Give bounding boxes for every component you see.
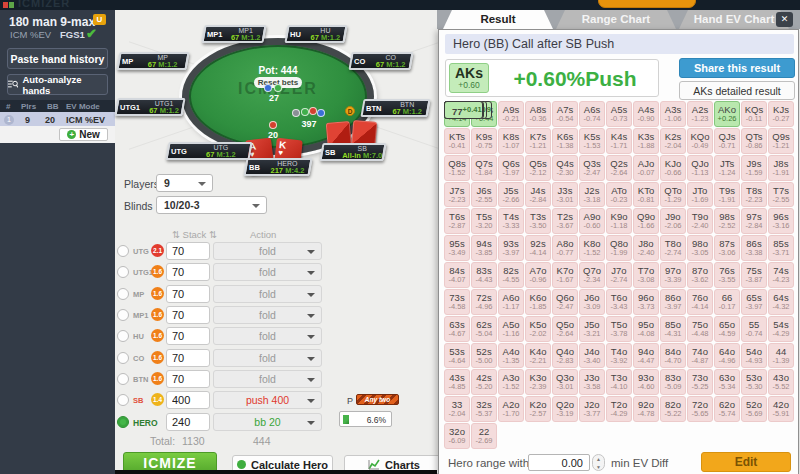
hand-cell-62o[interactable]: 62o-5.74: [714, 396, 740, 422]
hand-cell-ATo[interactable]: ATo-0.23: [606, 182, 632, 208]
hand-cell-92o[interactable]: 92o-4.78: [633, 396, 659, 422]
hand-cell-T2s[interactable]: T2s-3.67: [552, 208, 578, 234]
edit-range-button[interactable]: Edit: [701, 452, 791, 472]
action-select[interactable]: fold: [213, 349, 322, 367]
hand-cell-77[interactable]: 77+0.41: [444, 101, 483, 119]
hand-cell-82o[interactable]: 82o-5.22: [660, 396, 686, 422]
action-select[interactable]: push 400: [213, 391, 322, 409]
hand-cell-43o[interactable]: 43o-5.52: [768, 369, 794, 395]
hand-cell-33[interactable]: 33-2.04: [444, 396, 470, 422]
player-radio[interactable]: [117, 330, 129, 342]
seat-hu[interactable]: HU HU 67 M:1.2: [286, 25, 346, 43]
seat-mp1[interactable]: MP1 MP1 67 M:1.2: [203, 25, 265, 43]
hand-cell-K3o[interactable]: K3o-2.39: [525, 369, 551, 395]
hand-cell-94s[interactable]: 94s-3.85: [471, 235, 497, 261]
hand-cell-54s[interactable]: 54s-4.29: [768, 316, 794, 342]
hand-cell-T8s[interactable]: T8s-2.23: [741, 182, 767, 208]
hand-cell-A4s[interactable]: A4s-0.90: [633, 101, 659, 127]
seat-utg[interactable]: UTG UTG 67 M:1.2: [167, 142, 251, 160]
hand-cell-J4o[interactable]: J4o-3.40: [579, 343, 605, 369]
hand-cell-QJs[interactable]: QJs-0.71: [714, 128, 740, 154]
hand-cell-JTs[interactable]: JTs-1.24: [714, 155, 740, 181]
hand-cell-Q7o[interactable]: Q7o-2.34: [579, 262, 605, 288]
hand-cell-KTo[interactable]: KTo-0.81: [633, 182, 659, 208]
action-select[interactable]: fold: [213, 306, 322, 324]
hand-cell-97s[interactable]: 97s-2.84: [741, 208, 767, 234]
hand-cell-K8s[interactable]: K8s-1.07: [498, 128, 524, 154]
hand-cell-83s[interactable]: 83s-4.43: [471, 262, 497, 288]
hand-cell-KJo[interactable]: KJo-0.66: [660, 155, 686, 181]
stack-input[interactable]: [166, 391, 210, 409]
hand-cell-A9s[interactable]: A9s-0.21: [498, 101, 524, 127]
hand-cell-A7o[interactable]: A7o-0.96: [525, 262, 551, 288]
share-result-button[interactable]: Share this result: [679, 58, 795, 78]
hand-cell-KJs[interactable]: KJs-0.27: [768, 101, 794, 127]
hand-cell-T3s[interactable]: T3s-3.50: [525, 208, 551, 234]
hand-cell-96o[interactable]: 96o-3.73: [633, 289, 659, 315]
spinner-control[interactable]: ▲▼: [592, 454, 605, 471]
hand-cell-Q4s[interactable]: Q4s-2.30: [552, 155, 578, 181]
hand-cell-A6s[interactable]: A6s-0.74: [579, 101, 605, 127]
hand-cell-Q3o[interactable]: Q3o-3.01: [552, 369, 578, 395]
hand-cell-A5s[interactable]: A5s-0.73: [606, 101, 632, 127]
hand-cell-54o[interactable]: 54o-4.93: [741, 343, 767, 369]
hand-cell-T6s[interactable]: T6s-2.87: [444, 208, 470, 234]
hand-cell-K5o[interactable]: K5o-2.02: [525, 316, 551, 342]
hand-cell-T5o[interactable]: T5o-3.78: [606, 316, 632, 342]
hand-cell-32s[interactable]: 32s-5.37: [471, 396, 497, 422]
hand-cell-J8o[interactable]: J8o-2.40: [633, 235, 659, 261]
hand-cell-A9o[interactable]: A9o-0.60: [579, 208, 605, 234]
hand-cell-63s[interactable]: 63s-4.67: [444, 316, 470, 342]
hand-cell-K4s[interactable]: K4s-1.71: [606, 128, 632, 154]
hand-cell-A8s[interactable]: A8s-0.36: [525, 101, 551, 127]
stack-input[interactable]: [166, 306, 210, 324]
hand-cell-J5s[interactable]: J5s-2.66: [498, 182, 524, 208]
sb-range-badge[interactable]: Any two: [356, 394, 399, 405]
hand-cell-A2o[interactable]: A2o-1.70: [498, 396, 524, 422]
min-ev-input[interactable]: [528, 454, 590, 471]
hand-cell-Q2o[interactable]: Q2o-3.19: [552, 396, 578, 422]
action-select[interactable]: fold: [213, 327, 322, 345]
stack-input[interactable]: [166, 413, 210, 431]
hand-cell-86s[interactable]: 86s-3.38: [741, 235, 767, 261]
hand-cell-Q6o[interactable]: Q6o-2.47: [552, 289, 578, 315]
hand-cell-82s[interactable]: 82s-4.55: [498, 262, 524, 288]
action-select[interactable]: fold: [213, 263, 322, 281]
hand-cell-65s[interactable]: 65s-3.97: [741, 289, 767, 315]
stack-input[interactable]: [166, 370, 210, 388]
hand-cell-94o[interactable]: 94o-4.47: [633, 343, 659, 369]
hand-cell-Q8o[interactable]: Q8o-1.99: [606, 235, 632, 261]
hand-cell-K3s[interactable]: K3s-1.88: [633, 128, 659, 154]
player-radio[interactable]: [117, 416, 129, 428]
hand-cell-74s[interactable]: 74s-4.23: [768, 262, 794, 288]
hand-cell-QTs[interactable]: QTs-0.86: [741, 128, 767, 154]
hand-cell-Q2s[interactable]: Q2s-2.64: [606, 155, 632, 181]
stack-input[interactable]: [166, 242, 210, 260]
hand-cell-98s[interactable]: 98s-2.52: [714, 208, 740, 234]
players-select[interactable]: 9: [156, 174, 213, 192]
hand-cell-K9o[interactable]: K9o-1.18: [606, 208, 632, 234]
hand-cell-44[interactable]: 44-1.39: [768, 343, 794, 369]
hand-cell-A5o[interactable]: A5o-1.16: [498, 316, 524, 342]
action-select[interactable]: fold: [213, 242, 322, 260]
close-icon[interactable]: ✕: [776, 12, 793, 27]
hand-cell-J7s[interactable]: J7s-2.23: [444, 182, 470, 208]
hands-table-row[interactable]: 1 9 20 ICM %EV: [0, 112, 115, 126]
hand-cell-J5o[interactable]: J5o-3.21: [579, 316, 605, 342]
hand-cell-K2s[interactable]: K2s-2.04: [660, 128, 686, 154]
hand-cell-66[interactable]: 66-0.17: [714, 289, 740, 315]
hand-cell-J3s[interactable]: J3s-3.01: [552, 182, 578, 208]
hand-cell-K7s[interactable]: K7s-1.21: [525, 128, 551, 154]
hand-cell-72s[interactable]: 72s-4.96: [471, 289, 497, 315]
hand-cell-AJo[interactable]: AJo-0.07: [633, 155, 659, 181]
seat-co[interactable]: CO CO 67 M:1.2: [350, 52, 412, 70]
hand-cell-T9s[interactable]: T9s-1.91: [714, 182, 740, 208]
hand-cell-K8o[interactable]: K8o-1.52: [579, 235, 605, 261]
hand-cell-J4s[interactable]: J4s-2.84: [525, 182, 551, 208]
auto-analyze-button[interactable]: Auto-analyze hands: [7, 74, 108, 95]
hand-cell-73s[interactable]: 73s-4.58: [444, 289, 470, 315]
hand-cell-KTs[interactable]: KTs-0.41: [444, 128, 470, 154]
tab-range-chart[interactable]: Range Chart: [556, 10, 676, 29]
hand-cell-74o[interactable]: 74o-4.87: [687, 343, 713, 369]
hand-cell-84s[interactable]: 84s-4.07: [444, 262, 470, 288]
